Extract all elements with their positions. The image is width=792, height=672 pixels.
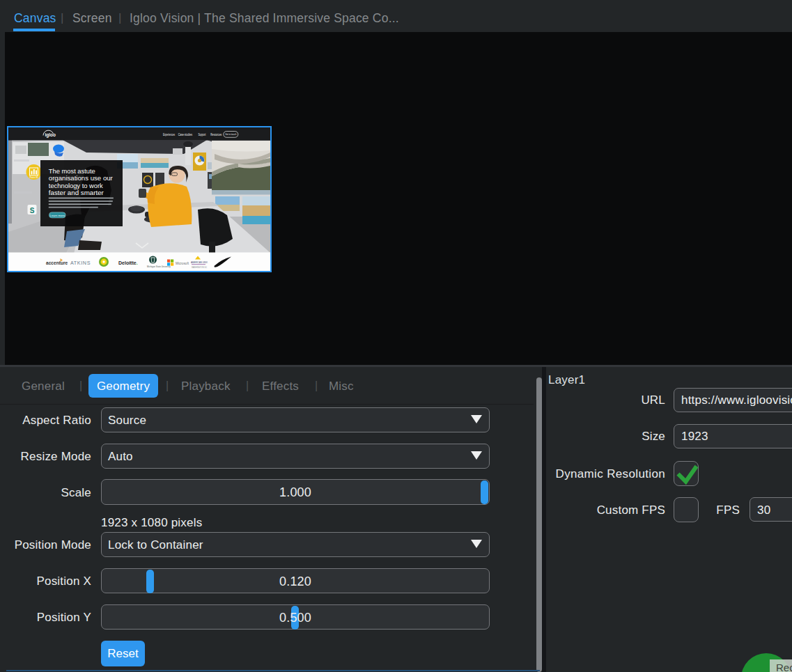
svg-text:Microsoft: Microsoft bbox=[176, 261, 189, 265]
svg-text:Experiences: Experiences bbox=[163, 133, 175, 136]
svg-text:faster and smarter: faster and smarter bbox=[49, 189, 104, 196]
svg-text:AMERICAN UNIV.: AMERICAN UNIV. bbox=[191, 261, 208, 264]
svg-text:technology to work: technology to work bbox=[49, 182, 104, 189]
svg-text:ATKINS: ATKINS bbox=[70, 260, 91, 266]
svg-text:Support: Support bbox=[199, 133, 206, 136]
svg-text:S: S bbox=[30, 207, 35, 214]
svg-text:Get in touch: Get in touch bbox=[225, 132, 236, 136]
svg-text:Resources: Resources bbox=[210, 133, 222, 136]
svg-text:Case studies: Case studies bbox=[178, 133, 193, 136]
svg-text:The most astute: The most astute bbox=[49, 168, 95, 175]
svg-text:organisations use our: organisations use our bbox=[49, 175, 113, 182]
svg-text:Power BI: Power BI bbox=[29, 176, 38, 179]
svg-text:accenture: accenture bbox=[46, 260, 68, 265]
svg-text:igloo: igloo bbox=[45, 132, 56, 138]
svg-text:WASHINGTON DC: WASHINGTON DC bbox=[192, 266, 207, 269]
svg-text:Learn more: Learn more bbox=[50, 214, 65, 217]
svg-text:Deloitte.: Deloitte. bbox=[118, 260, 138, 265]
